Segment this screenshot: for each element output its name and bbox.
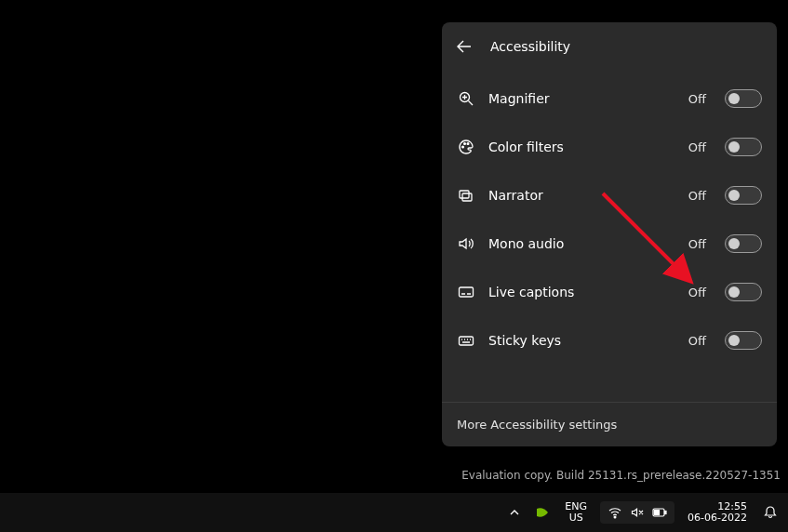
lang-secondary: US: [565, 512, 587, 524]
chevron-up-icon: [509, 507, 520, 518]
clock-date: 06-06-2022: [688, 512, 747, 524]
row-live-captions: Live captions Off: [457, 268, 762, 316]
row-color-filters: Color filters Off: [457, 123, 762, 171]
clock[interactable]: 12:55 06-06-2022: [684, 501, 751, 524]
notification-center-button[interactable]: [760, 502, 781, 523]
row-mono-audio: Mono audio Off: [457, 219, 762, 268]
flyout-list: Magnifier Off Color filters Off N: [442, 71, 777, 402]
toggle-live-captions[interactable]: [725, 283, 762, 301]
svg-point-2: [464, 143, 466, 145]
row-state: Off: [688, 334, 706, 348]
build-watermark: Evaluation copy. Build 25131.rs_prerelea…: [461, 469, 781, 482]
row-magnifier: Magnifier Off: [457, 74, 762, 123]
row-state: Off: [688, 237, 706, 251]
svg-rect-10: [665, 512, 667, 514]
toggle-mono-audio[interactable]: [725, 234, 762, 253]
svg-rect-4: [460, 191, 469, 198]
tray-overflow-chevron[interactable]: [505, 503, 524, 522]
wifi-icon: [608, 505, 622, 520]
taskbar: ENG US 12:55 06-06-2022: [0, 493, 788, 532]
row-label: Sticky keys: [488, 333, 675, 348]
row-state: Off: [688, 92, 706, 106]
language-indicator[interactable]: ENG US: [561, 501, 591, 524]
svg-rect-11: [655, 511, 660, 515]
narrator-icon: [457, 186, 475, 205]
toggle-magnifier[interactable]: [725, 89, 762, 108]
svg-rect-5: [462, 193, 472, 201]
captions-icon: [457, 283, 475, 301]
battery-icon: [652, 505, 667, 520]
svg-rect-7: [460, 337, 474, 345]
row-state: Off: [688, 286, 706, 299]
bell-icon: [763, 505, 778, 520]
row-sticky-keys: Sticky keys Off: [457, 316, 762, 365]
toggle-sticky-keys[interactable]: [725, 331, 762, 350]
nvidia-tray-icon[interactable]: [533, 503, 552, 522]
row-label: Narrator: [488, 188, 675, 203]
row-label: Magnifier: [488, 91, 675, 106]
row-state: Off: [688, 140, 706, 154]
keyboard-icon: [457, 331, 475, 350]
system-tray-group[interactable]: [600, 501, 674, 524]
row-label: Color filters: [488, 140, 675, 154]
volume-muted-icon: [630, 505, 645, 520]
row-label: Live captions: [488, 285, 675, 299]
flyout-title: Accessibility: [490, 39, 570, 54]
svg-point-8: [614, 516, 616, 518]
nvidia-icon: [535, 505, 550, 520]
speaker-icon: [457, 234, 475, 253]
back-button[interactable]: [453, 35, 475, 58]
palette-icon: [457, 138, 475, 156]
magnifier-icon: [457, 89, 475, 108]
toggle-narrator[interactable]: [725, 186, 762, 205]
row-narrator: Narrator Off: [457, 171, 762, 219]
toggle-color-filters[interactable]: [725, 138, 762, 156]
svg-rect-6: [460, 287, 474, 297]
svg-point-1: [462, 146, 464, 148]
more-accessibility-link[interactable]: More Accessibility settings: [442, 402, 777, 446]
back-arrow-icon: [457, 39, 472, 54]
row-state: Off: [688, 189, 706, 203]
flyout-header: Accessibility: [442, 22, 777, 71]
svg-point-3: [467, 143, 469, 145]
accessibility-flyout: Accessibility Magnifier Off Color filter…: [442, 22, 777, 446]
row-label: Mono audio: [488, 236, 675, 251]
